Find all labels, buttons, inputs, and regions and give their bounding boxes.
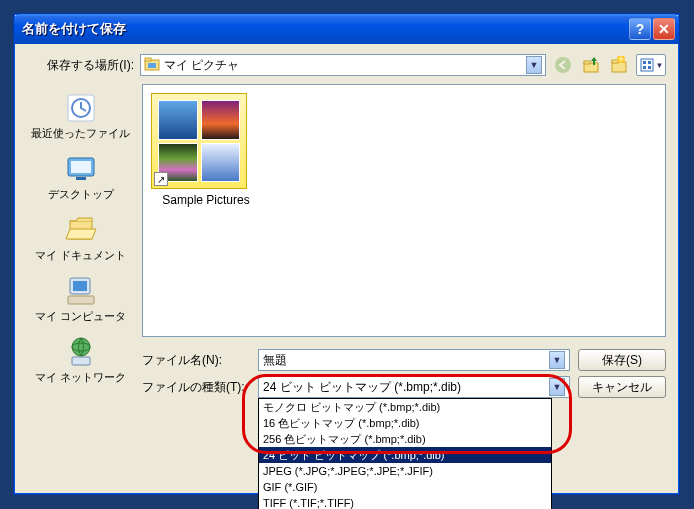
sidebar-item-label: マイ ネットワーク bbox=[27, 370, 134, 385]
folder-thumbnail: ↗ bbox=[151, 93, 247, 189]
close-button[interactable]: ✕ bbox=[653, 18, 675, 40]
cancel-button[interactable]: キャンセル bbox=[578, 376, 666, 398]
filename-input[interactable]: 無題 ▼ bbox=[258, 349, 570, 371]
network-icon bbox=[27, 334, 134, 370]
sidebar-item-label: デスクトップ bbox=[27, 187, 134, 202]
svg-rect-22 bbox=[68, 296, 94, 304]
svg-rect-17 bbox=[71, 161, 91, 173]
filetype-dropdown-arrow[interactable]: ▼ bbox=[549, 378, 565, 396]
sidebar-item-network[interactable]: マイ ネットワーク bbox=[27, 332, 134, 391]
filetype-label: ファイルの種類(T): bbox=[142, 379, 250, 396]
file-list-pane[interactable]: ↗ Sample Pictures bbox=[142, 84, 666, 337]
view-menu-button[interactable]: ▼ bbox=[636, 54, 666, 76]
sidebar-item-desktop[interactable]: デスクトップ bbox=[27, 149, 134, 208]
filename-row: ファイル名(N): 無題 ▼ 保存(S) bbox=[142, 349, 666, 371]
filetype-value: 24 ビット ビットマップ (*.bmp;*.dib) bbox=[263, 379, 461, 396]
lookin-row: 保存する場所(I): マイ ピクチャ ▼ ▼ bbox=[27, 54, 666, 76]
svg-rect-11 bbox=[648, 61, 651, 64]
new-folder-button[interactable] bbox=[608, 54, 630, 76]
svg-rect-25 bbox=[72, 357, 90, 365]
svg-rect-13 bbox=[648, 66, 651, 69]
up-one-level-button[interactable] bbox=[580, 54, 602, 76]
filename-label: ファイル名(N): bbox=[142, 352, 250, 369]
dialog-body: 保存する場所(I): マイ ピクチャ ▼ ▼ bbox=[17, 44, 676, 491]
save-button[interactable]: 保存(S) bbox=[578, 349, 666, 371]
recent-icon bbox=[27, 90, 134, 126]
filename-dropdown-arrow[interactable]: ▼ bbox=[549, 351, 565, 369]
svg-point-23 bbox=[72, 338, 90, 356]
svg-rect-21 bbox=[73, 281, 87, 291]
svg-rect-10 bbox=[643, 61, 646, 64]
sidebar-item-label: マイ コンピュータ bbox=[27, 309, 134, 324]
sidebar-item-recent[interactable]: 最近使ったファイル bbox=[27, 88, 134, 147]
my-pictures-icon bbox=[144, 56, 160, 75]
save-as-dialog: 名前を付けて保存 ? ✕ 保存する場所(I): マイ ピクチャ ▼ bbox=[13, 13, 680, 495]
filetype-option[interactable]: 24 ビット ビットマップ (*.bmp;*.dib) bbox=[259, 447, 551, 463]
svg-rect-2 bbox=[148, 63, 156, 68]
help-button[interactable]: ? bbox=[629, 18, 651, 40]
sidebar-item-computer[interactable]: マイ コンピュータ bbox=[27, 271, 134, 330]
sidebar-item-documents[interactable]: マイ ドキュメント bbox=[27, 210, 134, 269]
documents-icon bbox=[27, 212, 134, 248]
filetype-option[interactable]: GIF (*.GIF) bbox=[259, 479, 551, 495]
filetype-option[interactable]: モノクロ ビットマップ (*.bmp;*.dib) bbox=[259, 399, 551, 415]
svg-rect-7 bbox=[612, 60, 618, 63]
filetype-dropdown-list[interactable]: モノクロ ビットマップ (*.bmp;*.dib)16 色ビットマップ (*.b… bbox=[258, 398, 552, 509]
titlebar[interactable]: 名前を付けて保存 ? ✕ bbox=[14, 14, 679, 44]
filetype-option[interactable]: JPEG (*.JPG;*.JPEG;*.JPE;*.JFIF) bbox=[259, 463, 551, 479]
svg-rect-5 bbox=[584, 61, 590, 64]
filename-value: 無題 bbox=[263, 352, 287, 369]
shortcut-overlay-icon: ↗ bbox=[154, 172, 168, 186]
computer-icon bbox=[27, 273, 134, 309]
filetype-option[interactable]: 16 色ビットマップ (*.bmp;*.dib) bbox=[259, 415, 551, 431]
lookin-label: 保存する場所(I): bbox=[27, 57, 134, 74]
file-item-label: Sample Pictures bbox=[151, 193, 261, 207]
lookin-value: マイ ピクチャ bbox=[164, 57, 239, 74]
svg-rect-1 bbox=[145, 58, 151, 61]
filetype-combo[interactable]: 24 ビット ビットマップ (*.bmp;*.dib) ▼ bbox=[258, 376, 570, 398]
places-bar: 最近使ったファイル デスクトップ マイ ドキュメント マイ コンピュータ マイ … bbox=[27, 84, 134, 384]
file-item-sample-pictures[interactable]: ↗ Sample Pictures bbox=[151, 93, 261, 207]
sidebar-item-label: 最近使ったファイル bbox=[27, 126, 134, 141]
lookin-dropdown-arrow[interactable]: ▼ bbox=[526, 56, 542, 74]
back-button[interactable] bbox=[552, 54, 574, 76]
sidebar-item-label: マイ ドキュメント bbox=[27, 248, 134, 263]
filetype-option[interactable]: 256 色ビットマップ (*.bmp;*.dib) bbox=[259, 431, 551, 447]
filetype-row: ファイルの種類(T): 24 ビット ビットマップ (*.bmp;*.dib) … bbox=[142, 376, 666, 398]
desktop-icon bbox=[27, 151, 134, 187]
svg-point-3 bbox=[555, 57, 571, 73]
svg-rect-18 bbox=[76, 177, 86, 180]
dialog-title: 名前を付けて保存 bbox=[22, 20, 627, 38]
svg-rect-12 bbox=[643, 66, 646, 69]
svg-rect-9 bbox=[641, 59, 653, 71]
filetype-option[interactable]: TIFF (*.TIF;*.TIFF) bbox=[259, 495, 551, 509]
lookin-combo[interactable]: マイ ピクチャ ▼ bbox=[140, 54, 546, 76]
